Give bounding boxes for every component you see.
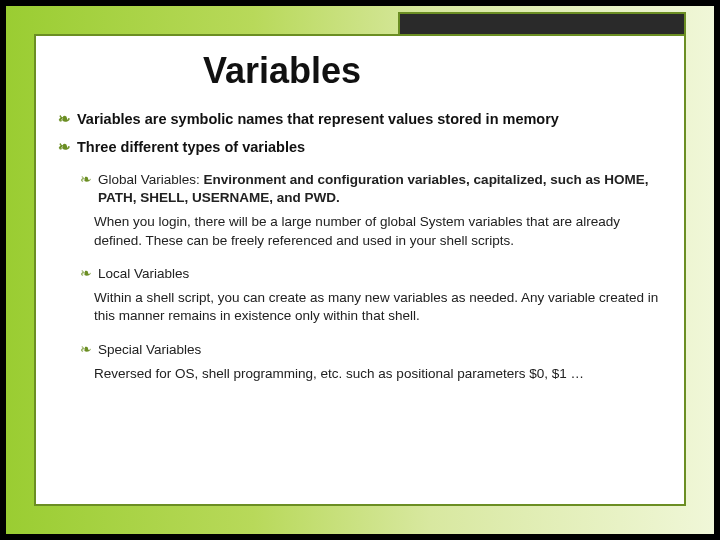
bullet-text: Variables are symbolic names that repres… [77, 111, 559, 127]
slide-background: Variables ❧ Variables are symbolic names… [6, 6, 714, 534]
sub-bullet-text: Local Variables [98, 265, 189, 283]
leaf-icon: ❧ [80, 264, 92, 283]
leaf-icon: ❧ [58, 138, 71, 156]
sub-bullet-text: Global Variables: Environment and config… [98, 171, 662, 207]
sub-bullet-text: Special Variables [98, 341, 201, 359]
slide-title: Variables [203, 50, 662, 92]
sub-bullet-special: ❧ Special Variables [80, 340, 662, 359]
leaf-icon: ❧ [80, 340, 92, 359]
slide-content: Variables ❧ Variables are symbolic names… [34, 34, 686, 506]
bullet-text: Three different types of variables [77, 139, 305, 155]
leaf-icon: ❧ [80, 170, 92, 189]
paragraph-global-desc: When you login, there will be a large nu… [94, 213, 662, 249]
paragraph-local-desc: Within a shell script, you can create as… [94, 289, 662, 325]
sub-bullet-global: ❧ Global Variables: Environment and conf… [80, 170, 662, 207]
bullet-variables-def: ❧ Variables are symbolic names that repr… [58, 110, 662, 128]
bullet-three-types: ❧ Three different types of variables [58, 138, 662, 156]
leaf-icon: ❧ [58, 110, 71, 128]
paragraph-special-desc: Reversed for OS, shell programming, etc.… [94, 365, 662, 383]
sub-bullet-local: ❧ Local Variables [80, 264, 662, 283]
